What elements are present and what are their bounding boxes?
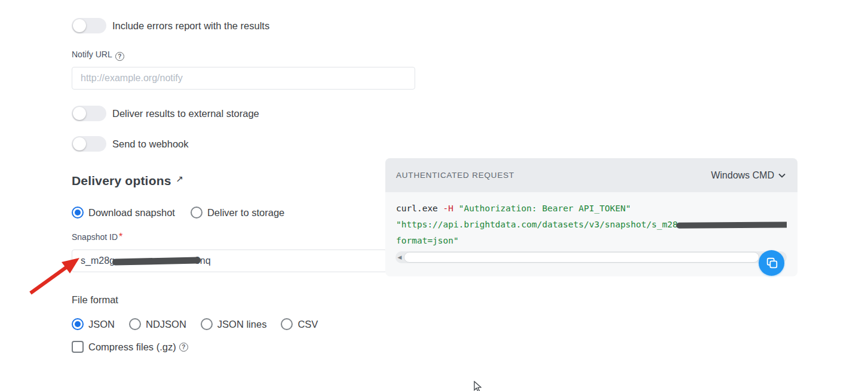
notify-url-field-wrap [72,67,415,90]
horizontal-scrollbar[interactable]: ◀ [395,251,787,263]
radio-json-lines[interactable]: JSON lines [201,318,267,330]
code-panel-title: AUTHENTICATED REQUEST [396,171,514,180]
radio-label-csv[interactable]: CSV [297,319,318,330]
include-errors-label: Include errors report with the results [112,20,269,32]
compress-checkbox[interactable] [72,341,84,353]
toggle-knob [73,19,86,32]
toggle-knob [73,107,86,120]
radio-circle[interactable] [191,207,203,218]
language-selector-dropdown[interactable]: Windows CMD [711,170,786,181]
radio-circle-selected[interactable] [72,318,84,330]
radio-circle[interactable] [201,318,213,330]
toggle-knob [73,137,86,150]
radio-label-json[interactable]: JSON [88,319,115,330]
file-format-label-row: File format [72,294,418,306]
radio-label-ndjson[interactable]: NDJSON [146,319,186,330]
annotation-arrow [21,254,84,298]
include-errors-toggle-row: Include errors report with the results [72,18,418,33]
code-line-1: curl.exe -H "Authorization: Bearer API_T… [396,201,787,217]
radio-csv[interactable]: CSV [281,318,318,330]
file-format-radio-group: JSON NDJSON JSON lines CSV [72,318,418,330]
code-line-3: format=json" [396,233,787,249]
webhook-toggle-row: Send to webhook [72,136,418,152]
external-storage-label: Deliver results to external storage [112,108,259,119]
delivery-form: Include errors report with the results N… [72,0,418,353]
radio-circle-selected[interactable] [72,207,84,218]
code-line-2: "https://api.brightdata.com/datasets/v3/… [396,217,787,233]
radio-label-json-lines[interactable]: JSON lines [217,319,267,330]
radio-deliver-to-storage[interactable]: Deliver to storage [191,207,284,218]
redaction-bar [112,257,201,265]
delivery-mode-radio-group: Download snapshot Deliver to storage [72,207,418,218]
language-selector-value: Windows CMD [711,170,774,181]
help-icon[interactable]: ? [115,52,124,61]
code-string: format=json" [396,236,459,245]
include-errors-toggle[interactable] [72,18,106,33]
page-title: Delivery options [72,174,171,188]
snapshot-id-label-row: Snapshot ID* [72,232,418,242]
external-link-icon[interactable]: ↗ [176,174,184,184]
compress-label[interactable]: Compress files (.gz) [88,341,176,353]
code-string: "Authorization: Bearer API_TOKEN" [459,204,631,213]
radio-ndjson[interactable]: NDJSON [129,318,186,330]
radio-circle[interactable] [129,318,141,330]
delivery-options-heading-row: Delivery options ↗ [72,174,418,188]
required-asterisk: * [119,232,122,242]
help-icon[interactable]: ? [179,343,188,352]
scrollbar-thumb[interactable] [404,252,759,263]
chevron-down-icon [778,173,786,178]
scroll-left-arrow-icon[interactable]: ◀ [395,251,404,263]
mouse-cursor [474,381,482,391]
webhook-label: Send to webhook [112,138,189,150]
copy-button[interactable] [759,250,784,276]
snapshot-id-label: Snapshot ID [72,232,118,242]
snapshot-id-input[interactable]: s_m28g 3nq [72,250,387,272]
notify-url-label: Notify URL [72,50,112,59]
notify-url-label-row: Notify URL? [72,49,418,61]
external-storage-toggle[interactable] [72,106,106,121]
code-command: curl.exe [396,204,443,213]
code-url-string: "https://api.brightdata.com/datasets/v3/… [396,220,677,229]
copy-icon [765,257,778,270]
external-storage-toggle-row: Deliver results to external storage [72,106,418,121]
code-flag: -H [443,204,459,213]
radio-label-deliver-to-storage[interactable]: Deliver to storage [207,207,284,218]
webhook-toggle[interactable] [72,136,106,152]
authenticated-request-panel: AUTHENTICATED REQUEST Windows CMD curl.e… [385,158,798,276]
code-panel-header: AUTHENTICATED REQUEST Windows CMD [385,158,798,192]
radio-download-snapshot[interactable]: Download snapshot [72,207,175,218]
curl-code-block: curl.exe -H "Authorization: Bearer API_T… [385,192,787,249]
radio-json[interactable]: JSON [72,318,115,330]
snapshot-id-value-prefix: s_m28g [81,255,115,266]
radio-label-download-snapshot[interactable]: Download snapshot [88,207,175,218]
redaction-bar [676,221,787,229]
notify-url-input[interactable] [72,67,415,90]
compress-row: Compress files (.gz)? [72,341,418,353]
radio-circle[interactable] [281,318,293,330]
